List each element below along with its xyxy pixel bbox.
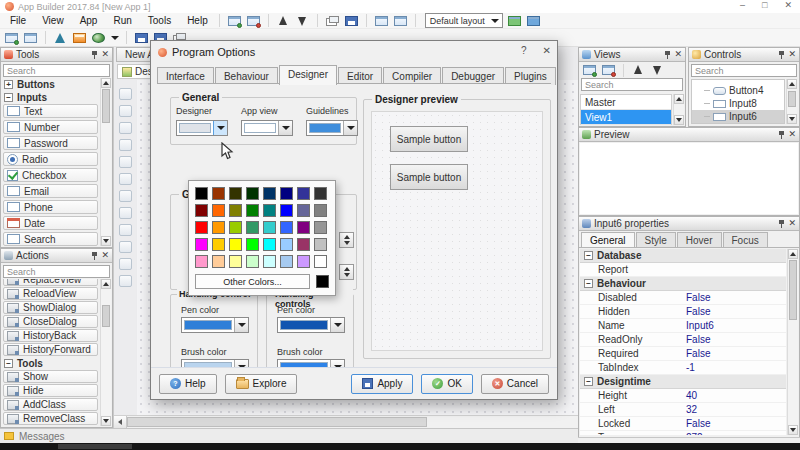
color-swatch[interactable] <box>297 221 310 234</box>
property-row-readonly[interactable]: ReadOnlyFalse <box>580 333 786 347</box>
layout-save-icon[interactable] <box>507 14 522 28</box>
sample-button[interactable]: Sample button <box>390 126 468 152</box>
controls-scrollbar[interactable] <box>786 79 797 124</box>
controls-search-input[interactable] <box>691 64 797 77</box>
color-swatch[interactable] <box>263 187 276 200</box>
pin-icon[interactable] <box>778 219 785 228</box>
expand-collapse-icon[interactable]: + <box>4 80 13 89</box>
tool-item-phone[interactable]: Phone <box>3 200 98 214</box>
close-button[interactable]: ✕ <box>784 0 792 10</box>
scroll-up-icon[interactable] <box>101 78 111 88</box>
scroll-down-icon[interactable] <box>101 416 111 426</box>
property-row-tabindex[interactable]: TabIndex-1 <box>580 361 786 375</box>
view-remove-icon[interactable] <box>601 63 616 77</box>
align-middle-icon[interactable] <box>119 224 132 236</box>
scroll-down-icon[interactable] <box>674 115 684 125</box>
bring-forward-icon[interactable] <box>119 105 132 117</box>
tool-item-radio[interactable]: Radio <box>3 152 98 166</box>
view-item-view1[interactable]: View1 <box>581 110 671 125</box>
property-row-required[interactable]: RequiredFalse <box>580 347 786 361</box>
tool-item-checkbox[interactable]: Checkbox <box>3 168 98 182</box>
send-backward-icon[interactable] <box>119 122 132 134</box>
color-swatch[interactable] <box>263 255 276 268</box>
color-swatch[interactable] <box>212 221 225 234</box>
action-item-removeclass[interactable]: RemoveClass <box>3 412 98 425</box>
menu-item-help[interactable]: Help <box>179 14 216 27</box>
dropdown-button[interactable] <box>343 121 357 135</box>
menu-item-tools[interactable]: Tools <box>140 14 179 27</box>
property-section-database[interactable]: −Database <box>580 249 786 263</box>
align-center-icon[interactable] <box>119 173 132 185</box>
help-button[interactable]: ? Help <box>159 374 217 394</box>
properties-tab-hover[interactable]: Hover <box>677 232 722 247</box>
action-item-historyback[interactable]: HistoryBack <box>3 329 98 342</box>
color-swatch[interactable] <box>314 204 327 217</box>
color-swatch[interactable] <box>263 204 276 217</box>
tools-panel-header[interactable]: Tools ✕ <box>1 48 112 62</box>
properties-scrollbar[interactable] <box>787 249 798 435</box>
close-icon[interactable]: ✕ <box>788 130 796 139</box>
close-icon[interactable]: ✕ <box>674 50 682 59</box>
scrollbar-thumb[interactable] <box>102 89 110 123</box>
design-view-tab[interactable]: Desi <box>117 64 153 79</box>
color-swatch[interactable] <box>246 221 259 234</box>
color-swatch[interactable] <box>212 187 225 200</box>
property-row-top[interactable]: Top272 <box>580 431 786 435</box>
control-item-input8[interactable]: Input8 <box>692 97 784 110</box>
publish-icon[interactable] <box>53 31 68 45</box>
menu-item-app[interactable]: App <box>72 14 106 27</box>
color-swatch[interactable] <box>246 204 259 217</box>
tool-item-search[interactable]: Search <box>3 232 98 246</box>
color-swatch[interactable] <box>246 255 259 268</box>
color-swatch[interactable] <box>280 255 293 268</box>
properties-panel-header[interactable]: Input6 properties ✕ <box>579 217 799 231</box>
expand-collapse-icon[interactable]: − <box>4 93 13 102</box>
color-swatch[interactable] <box>246 238 259 251</box>
maximize-button[interactable]: □ <box>762 0 767 10</box>
color-swatch[interactable] <box>280 204 293 217</box>
move-down-icon[interactable] <box>295 14 310 28</box>
chevron-down-icon[interactable] <box>111 36 119 40</box>
color-swatch[interactable] <box>195 204 208 217</box>
views-panel-header[interactable]: Views ✕ <box>579 48 685 62</box>
action-item-replaceview[interactable]: ReplaceView <box>3 279 98 286</box>
section-tools[interactable]: −Tools <box>1 357 100 370</box>
save-data-icon[interactable] <box>344 14 359 28</box>
color-swatch[interactable] <box>195 221 208 234</box>
pin-icon[interactable] <box>778 50 785 59</box>
collapse-icon[interactable]: − <box>584 251 593 260</box>
align-left-icon[interactable] <box>119 156 132 168</box>
number-spinner[interactable] <box>339 264 354 280</box>
pen-color-combo[interactable] <box>277 317 345 333</box>
tools-search-input[interactable] <box>3 64 110 77</box>
property-row-left[interactable]: Left32 <box>580 403 786 417</box>
color-swatch[interactable] <box>297 238 310 251</box>
color-swatch[interactable] <box>314 187 327 200</box>
same-size-icon[interactable] <box>119 275 132 287</box>
color-swatch[interactable] <box>314 238 327 251</box>
pen-color-combo[interactable] <box>181 317 249 333</box>
actions-scrollbar[interactable] <box>100 279 111 426</box>
window-list-icon[interactable] <box>374 14 389 28</box>
property-row-locked[interactable]: LockedFalse <box>580 417 786 431</box>
control-item-input6[interactable]: Input6 <box>692 110 784 123</box>
horizontal-scrollbar[interactable] <box>114 415 578 428</box>
menu-item-run[interactable]: Run <box>105 14 139 27</box>
sample-button[interactable]: Sample button <box>390 164 468 190</box>
color-swatch[interactable] <box>297 255 310 268</box>
tool-item-email[interactable]: Email <box>3 184 98 198</box>
minimize-button[interactable]: – <box>740 0 745 10</box>
current-color-swatch[interactable] <box>316 275 329 288</box>
scroll-left-icon[interactable] <box>114 416 127 428</box>
section-buttons[interactable]: +Buttons <box>1 78 100 91</box>
same-width-icon[interactable] <box>119 258 132 270</box>
properties-tab-style[interactable]: Style <box>636 232 676 247</box>
dropdown-button[interactable] <box>213 121 227 135</box>
pin-icon[interactable] <box>778 130 785 139</box>
layout-combo[interactable]: Default layout <box>425 13 503 28</box>
align-top-icon[interactable] <box>119 207 132 219</box>
views-search-input[interactable] <box>581 78 683 91</box>
color-swatch[interactable] <box>280 238 293 251</box>
action-item-show[interactable]: Show <box>3 370 98 383</box>
action-item-reloadview[interactable]: ReloadView <box>3 287 98 300</box>
